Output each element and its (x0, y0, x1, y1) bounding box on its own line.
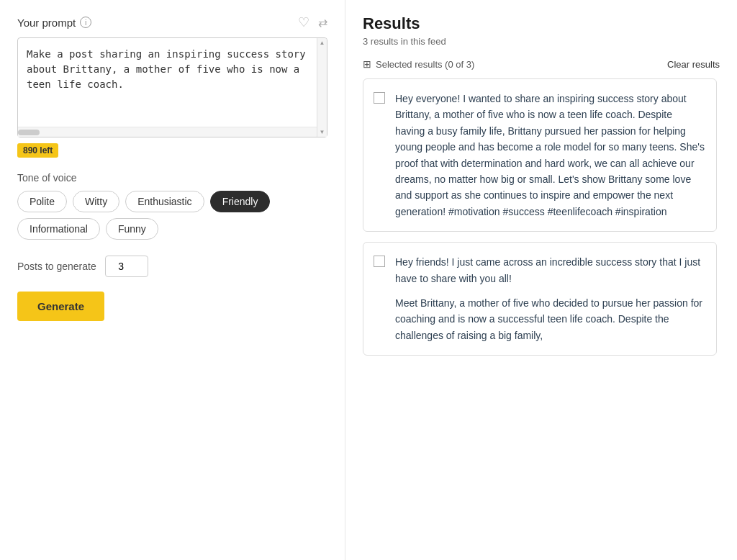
tone-polite[interactable]: Polite (17, 191, 67, 212)
prompt-scrollbar[interactable] (317, 38, 327, 137)
result-checkbox-2[interactable] (374, 256, 385, 267)
generate-button[interactable]: Generate (17, 292, 104, 321)
prompt-header: Your prompt i ♡ ⇄ (17, 14, 327, 30)
posts-label: Posts to generate (17, 261, 96, 272)
results-scroll-area[interactable]: Hey everyone! I wanted to share an inspi… (363, 78, 720, 545)
tone-buttons-group: Polite Witty Enthusiastic Friendly Infor… (17, 191, 327, 240)
result-card-1: Hey everyone! I wanted to share an inspi… (363, 78, 717, 232)
result-checkbox-1[interactable] (374, 92, 385, 104)
horizontal-scrollbar-thumb (18, 130, 40, 135)
tone-friendly[interactable]: Friendly (210, 191, 271, 212)
info-icon[interactable]: i (80, 17, 91, 28)
prompt-textarea[interactable] (18, 38, 327, 125)
selected-results-group: ⊞ Selected results (0 of 3) (363, 58, 474, 70)
result-text-1: Hey everyone! I wanted to share an inspi… (395, 91, 705, 220)
chars-left-text: 890 left (17, 143, 58, 158)
prompt-title-group: Your prompt i (17, 17, 91, 29)
prompt-textarea-wrapper (17, 37, 327, 137)
clear-results-button[interactable]: Clear results (667, 59, 720, 70)
results-count: 3 results in this feed (363, 36, 720, 47)
tone-funny[interactable]: Funny (106, 218, 158, 240)
posts-row: Posts to generate (17, 256, 327, 277)
horizontal-scrollbar[interactable] (18, 127, 327, 137)
heart-icon[interactable]: ♡ (298, 14, 309, 30)
result-card-2: Hey friends! I just came across an incre… (363, 242, 717, 356)
left-panel: Your prompt i ♡ ⇄ 890 left Tone of voice… (0, 0, 345, 560)
results-toolbar: ⊞ Selected results (0 of 3) Clear result… (363, 58, 720, 70)
selected-results-label: Selected results (0 of 3) (376, 59, 474, 70)
posts-input[interactable] (105, 256, 148, 277)
expand-icon[interactable]: ⊞ (363, 58, 371, 70)
tone-informational[interactable]: Informational (17, 218, 100, 240)
chars-left-badge: 890 left (17, 137, 327, 158)
prompt-title: Your prompt (17, 17, 76, 29)
tone-enthusiastic[interactable]: Enthusiastic (125, 191, 204, 212)
shuffle-icon[interactable]: ⇄ (318, 16, 327, 30)
prompt-actions: ♡ ⇄ (298, 14, 327, 30)
tone-label: Tone of voice (17, 172, 327, 184)
right-panel: Results 3 results in this feed ⊞ Selecte… (345, 0, 737, 560)
tone-witty[interactable]: Witty (73, 191, 119, 212)
results-title: Results (363, 14, 720, 33)
result-text-2: Hey friends! I just came across an incre… (395, 254, 705, 343)
